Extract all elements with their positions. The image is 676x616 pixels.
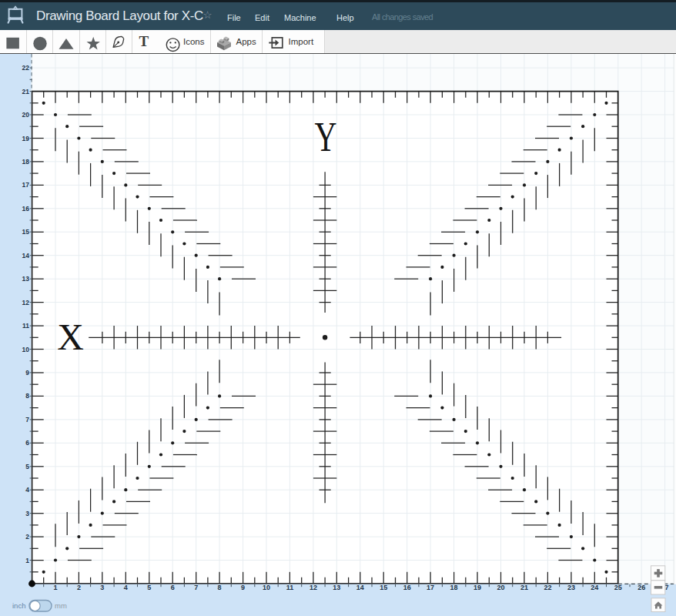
svg-text:16: 16 xyxy=(403,584,411,591)
svg-text:9: 9 xyxy=(25,369,29,377)
svg-text:18: 18 xyxy=(22,158,30,166)
svg-text:15: 15 xyxy=(22,228,30,236)
svg-text:9: 9 xyxy=(241,584,245,591)
svg-text:12: 12 xyxy=(22,299,30,306)
svg-text:19: 19 xyxy=(22,135,30,142)
svg-text:18: 18 xyxy=(450,584,458,591)
svg-text:7: 7 xyxy=(194,584,198,591)
svg-text:17: 17 xyxy=(22,181,30,189)
svg-text:7: 7 xyxy=(25,416,29,424)
svg-text:11: 11 xyxy=(22,322,29,330)
svg-text:12: 12 xyxy=(310,584,317,591)
svg-text:2: 2 xyxy=(25,533,29,541)
svg-text:1: 1 xyxy=(53,584,57,591)
svg-text:5: 5 xyxy=(147,584,151,591)
svg-text:Y: Y xyxy=(315,112,337,159)
svg-text:17: 17 xyxy=(427,584,434,591)
svg-text:19: 19 xyxy=(474,584,481,591)
svg-text:14: 14 xyxy=(356,584,364,591)
svg-text:mm: mm xyxy=(55,601,67,610)
svg-text:22: 22 xyxy=(544,584,551,591)
svg-text:20: 20 xyxy=(22,111,30,119)
svg-text:21: 21 xyxy=(22,88,30,95)
svg-text:2: 2 xyxy=(77,584,81,591)
svg-text:25: 25 xyxy=(614,584,622,591)
svg-text:26: 26 xyxy=(638,584,645,591)
svg-text:4: 4 xyxy=(124,584,128,591)
svg-text:6: 6 xyxy=(25,439,29,447)
svg-text:8: 8 xyxy=(218,584,222,591)
svg-text:4: 4 xyxy=(25,486,29,494)
svg-text:21: 21 xyxy=(520,584,528,591)
svg-text:23: 23 xyxy=(567,584,575,591)
svg-text:3: 3 xyxy=(25,510,29,517)
svg-text:10: 10 xyxy=(22,346,30,353)
svg-text:1: 1 xyxy=(25,557,29,564)
svg-text:13: 13 xyxy=(22,275,30,283)
svg-text:15: 15 xyxy=(380,584,387,591)
svg-text:5: 5 xyxy=(25,463,29,470)
svg-text:inch: inch xyxy=(12,601,25,610)
svg-text:24: 24 xyxy=(591,584,598,591)
svg-text:22: 22 xyxy=(22,64,30,72)
svg-text:11: 11 xyxy=(286,584,294,591)
svg-text:14: 14 xyxy=(22,252,30,259)
svg-text:6: 6 xyxy=(171,584,175,591)
svg-text:X: X xyxy=(57,316,84,357)
svg-text:13: 13 xyxy=(333,584,340,591)
svg-text:20: 20 xyxy=(497,584,504,591)
svg-text:16: 16 xyxy=(22,205,30,213)
svg-text:10: 10 xyxy=(263,584,270,591)
svg-text:3: 3 xyxy=(100,584,104,591)
svg-text:8: 8 xyxy=(25,392,29,400)
